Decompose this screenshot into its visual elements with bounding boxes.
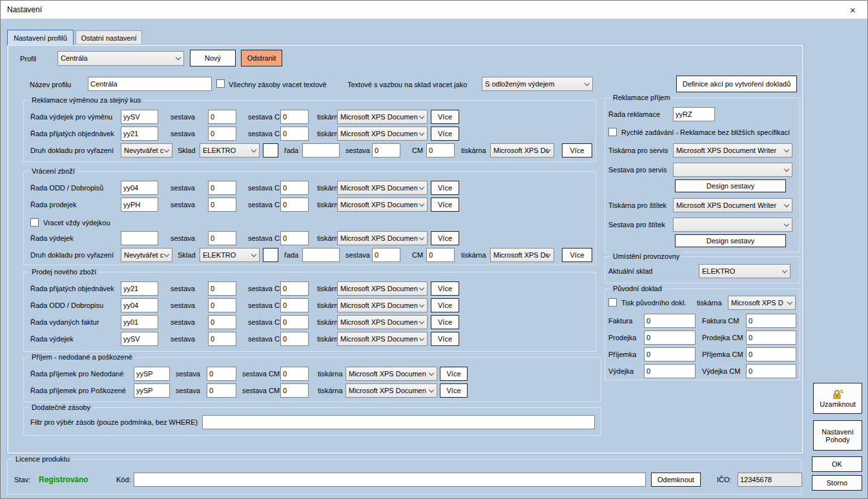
sestava-input[interactable]: 0 (208, 127, 236, 141)
vice-button[interactable]: Více (562, 143, 592, 158)
sestava-cm-input[interactable]: 0 (280, 198, 309, 212)
tisk-puvodniho-checkbox[interactable] (608, 298, 617, 307)
rada-input[interactable]: yy04 (121, 298, 158, 312)
aktualni-sklad-select[interactable]: ELEKTRO (699, 264, 790, 278)
rada-input[interactable]: yySV (121, 332, 158, 346)
sestava-input[interactable]: 0 (208, 181, 236, 195)
printer-select[interactable]: Microsoft XPS Documen (337, 127, 428, 141)
doc-input[interactable]: 0 (644, 364, 696, 378)
sestava-input[interactable]: 0 (372, 143, 400, 158)
rada-input[interactable]: yySP (134, 367, 170, 381)
doc-cm-input[interactable]: 0 (746, 347, 796, 362)
printer-select[interactable]: Microsoft XPS Documen (346, 367, 437, 381)
sestava-input[interactable]: 0 (208, 281, 236, 296)
sestava-input[interactable]: 0 (208, 315, 236, 329)
vice-button[interactable]: Více (431, 332, 459, 346)
printer-select[interactable]: Microsoft XPS Documen (337, 231, 428, 245)
ok-button[interactable]: OK (812, 456, 862, 472)
rada-reklamace-input[interactable]: yyRZ (673, 107, 715, 121)
vice-button[interactable]: Více (431, 127, 459, 141)
sestava-cm-input[interactable]: 0 (280, 181, 309, 195)
vice-button[interactable]: Více (431, 198, 459, 212)
rada-input[interactable]: yy01 (121, 315, 158, 329)
storno-button[interactable]: Storno (812, 475, 862, 491)
sklad-select[interactable]: ELEKTRO (200, 248, 260, 262)
vice-button[interactable]: Více (562, 248, 592, 262)
sestava-cm-input[interactable]: 0 (280, 383, 309, 398)
odstranit-button[interactable]: Odstranit (241, 50, 282, 66)
printer-select[interactable]: Microsoft XPS Documen (337, 298, 428, 312)
rada-input[interactable]: yy04 (121, 181, 158, 195)
sestava-input[interactable]: 0 (208, 110, 236, 124)
rada-input[interactable]: yySV (121, 110, 158, 124)
sestava-cm-input[interactable]: 0 (280, 281, 309, 296)
close-button[interactable]: × (838, 1, 867, 19)
sestava-input[interactable]: 0 (208, 332, 236, 346)
rada-input[interactable] (302, 248, 340, 262)
sestava-cm-input[interactable]: 0 (280, 298, 309, 312)
vsechny-zasoby-checkbox[interactable] (216, 79, 225, 88)
rada-input[interactable]: yy21 (121, 127, 158, 141)
sklad-picker-button[interactable] (263, 248, 278, 262)
printer-select[interactable]: Microsoft XPS Dc (490, 248, 554, 262)
printer-select[interactable]: Microsoft XPS Documen (346, 383, 437, 398)
design-sestavy-button[interactable]: Design sestavy (675, 179, 786, 192)
sestava-input[interactable]: 0 (208, 231, 236, 245)
vice-button[interactable]: Více (431, 231, 459, 245)
definice-akci-button[interactable]: Definice akcí po vytvoření dokladů (676, 76, 797, 92)
vice-button[interactable]: Více (431, 281, 459, 296)
tab-ostatni-nastaveni[interactable]: Ostatní nastavení (76, 30, 142, 45)
doc-input[interactable]: 0 (644, 314, 696, 328)
odemknout-button[interactable]: Odemknout (651, 473, 701, 487)
tiskarna-stitek-select[interactable]: Microsoft XPS Document Writer (673, 198, 792, 212)
vice-button[interactable]: Více (440, 367, 468, 381)
rada-input[interactable]: yy21 (121, 281, 158, 296)
doc-input[interactable]: 0 (644, 331, 696, 345)
rada-input[interactable] (302, 143, 340, 158)
sestava-cm-input[interactable]: 0 (280, 110, 309, 124)
printer-select[interactable]: Microsoft XPS Documen (337, 315, 428, 329)
doc-cm-input[interactable]: 0 (746, 314, 796, 328)
cm-input[interactable]: 0 (426, 248, 455, 262)
sestava-input[interactable]: 0 (208, 198, 236, 212)
vice-button[interactable]: Více (431, 315, 459, 329)
sestava-input[interactable]: 0 (372, 248, 400, 262)
printer-select[interactable]: Microsoft XPS Documen (337, 281, 428, 296)
tiskarna-servis-select[interactable]: Microsoft XPS Document Writer (673, 143, 792, 158)
printer-select[interactable]: Microsoft XPS D (728, 296, 796, 310)
printer-select[interactable]: Microsoft XPS Dc (490, 143, 554, 158)
rada-input[interactable] (121, 231, 158, 245)
sestava-input[interactable]: 0 (207, 367, 236, 381)
sestava-cm-input[interactable]: 0 (280, 315, 309, 329)
doc-cm-input[interactable]: 0 (746, 331, 796, 345)
sklad-select[interactable]: ELEKTRO (200, 143, 260, 158)
printer-select[interactable]: Microsoft XPS Documen (337, 332, 428, 346)
sestava-input[interactable]: 0 (207, 383, 236, 398)
novy-button[interactable]: Nový (190, 50, 236, 66)
doc-input[interactable]: 0 (644, 347, 696, 362)
sestava-cm-input[interactable]: 0 (280, 367, 309, 381)
vice-button[interactable]: Více (431, 181, 459, 195)
sklad-picker-button[interactable] (263, 143, 278, 158)
sestava-input[interactable]: 0 (208, 298, 236, 312)
printer-select[interactable]: Microsoft XPS Documen (337, 110, 428, 124)
druh-dokladu-select[interactable]: Nevytvářet c (121, 143, 172, 158)
rychle-zadavani-checkbox[interactable] (608, 128, 617, 136)
sestava-cm-input[interactable]: 0 (280, 332, 309, 346)
filter-input[interactable] (202, 415, 595, 429)
druh-dokladu-select[interactable]: Nevytvářet c (121, 248, 172, 262)
rada-input[interactable]: yyPH (121, 198, 158, 212)
textove-vazba-select[interactable]: S odloženým výdejem (482, 77, 593, 91)
profil-select[interactable]: Centrála (57, 51, 184, 66)
sestava-cm-input[interactable]: 0 (280, 231, 309, 245)
nastaveni-pohody-button[interactable]: Nastavení Pohody (813, 420, 862, 451)
vice-button[interactable]: Více (431, 110, 459, 124)
vice-button[interactable]: Více (440, 383, 468, 398)
rada-input[interactable]: yySP (134, 383, 170, 398)
vracet-vydejkou-checkbox[interactable] (30, 218, 39, 227)
kod-input[interactable] (134, 473, 646, 487)
sestava-servis-select[interactable] (673, 163, 792, 177)
design-sestavy-button[interactable]: Design sestavy (675, 234, 786, 247)
sestava-cm-input[interactable]: 0 (280, 127, 309, 141)
doc-cm-input[interactable]: 0 (746, 364, 796, 378)
